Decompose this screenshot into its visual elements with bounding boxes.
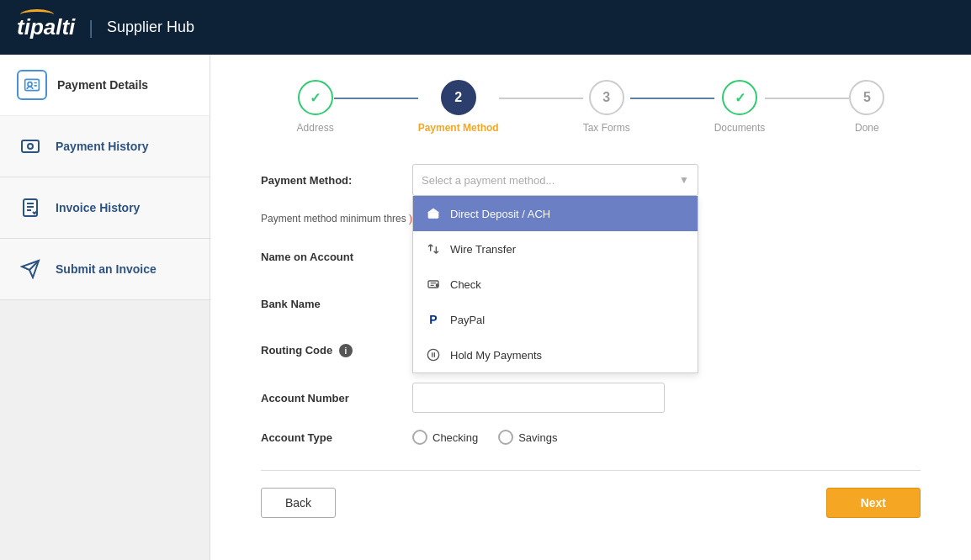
dropdown-option-direct-deposit[interactable]: Direct Deposit / ACH — [413, 196, 698, 231]
account-number-row: Account Number — [261, 383, 921, 413]
step-connector-1 — [334, 98, 418, 99]
step-connector-2 — [499, 98, 583, 99]
payment-method-dropdown: Direct Deposit / ACH Wire Transfer — [412, 196, 698, 373]
header-title: Supplier Hub — [107, 18, 194, 36]
svg-rect-2 — [22, 140, 39, 152]
radio-option-savings[interactable]: Savings — [498, 430, 557, 445]
sidebar-top-label: Payment Details — [57, 78, 148, 92]
routing-code-label: Routing Code i — [261, 344, 395, 358]
person-card-icon — [17, 70, 47, 100]
dropdown-option-hold-payments[interactable]: Hold My Payments — [413, 337, 698, 372]
paypal-icon: P — [425, 311, 442, 328]
stepper: ✓ Address 2 Payment Method 3 Tax Forms ✓… — [261, 80, 921, 134]
payment-method-select-placeholder: Select a payment method... — [422, 174, 554, 187]
sidebar-item-label-submit-invoice: Submit an Invoice — [56, 262, 157, 276]
step-label-tax-forms: Tax Forms — [583, 122, 630, 134]
svg-point-11 — [427, 349, 438, 360]
sidebar-item-label-payment-history: Payment History — [56, 140, 148, 153]
invoice-icon — [17, 194, 44, 221]
next-button[interactable]: Next — [826, 488, 921, 518]
step-label-payment-method: Payment Method — [418, 122, 499, 134]
pause-icon — [425, 346, 442, 363]
routing-code-info-icon[interactable]: i — [339, 344, 353, 357]
dropdown-option-wire-transfer[interactable]: Wire Transfer — [413, 231, 698, 267]
step-circle-address: ✓ — [298, 80, 333, 115]
dropdown-option-paypal-label: PayPal — [450, 314, 485, 326]
dropdown-option-check[interactable]: Check — [413, 267, 698, 302]
step-connector-3 — [630, 98, 714, 99]
step-circle-payment-method: 2 — [441, 80, 476, 115]
account-type-label: Account Type — [261, 431, 395, 444]
sidebar-item-submit-invoice[interactable]: Submit an Invoice — [0, 239, 210, 300]
dropdown-option-check-label: Check — [450, 278, 481, 291]
dropdown-option-paypal[interactable]: P PayPal — [413, 302, 698, 337]
bank-icon — [425, 205, 442, 222]
step-label-done: Done — [855, 122, 879, 134]
payment-method-row: Payment Method: Select a payment method.… — [261, 164, 921, 196]
svg-point-3 — [28, 144, 33, 149]
content-footer: Back Next — [261, 470, 921, 518]
step-documents: ✓ Documents — [714, 80, 766, 134]
arrows-icon — [425, 240, 442, 257]
step-address: ✓ Address — [297, 80, 334, 134]
logo: tipalti — [17, 14, 75, 40]
payment-method-select[interactable]: Select a payment method... ▼ — [412, 164, 698, 196]
dropdown-option-direct-deposit-label: Direct Deposit / ACH — [450, 208, 550, 220]
sidebar: Payment Details Payment History Invo — [0, 55, 210, 560]
payment-method-container: Select a payment method... ▼ — [412, 164, 698, 196]
step-label-documents: Documents — [714, 122, 766, 134]
step-circle-done: 5 — [849, 80, 884, 115]
radio-label-checking: Checking — [432, 431, 478, 444]
step-done: 5 Done — [849, 80, 884, 134]
step-circle-tax-forms: 3 — [589, 80, 624, 115]
svg-rect-8 — [435, 214, 437, 218]
chevron-down-icon: ▼ — [679, 174, 689, 186]
header: tipalti | Supplier Hub — [0, 0, 971, 55]
payment-method-label: Payment Method: — [261, 174, 395, 187]
account-type-row: Account Type Checking Savings — [261, 430, 921, 445]
sidebar-top: Payment Details — [0, 55, 210, 116]
back-button[interactable]: Back — [261, 488, 336, 518]
radio-circle-checking — [412, 430, 427, 445]
name-on-account-label: Name on Account — [261, 251, 395, 263]
account-number-input[interactable] — [412, 383, 665, 413]
main-layout: Payment Details Payment History Invo — [0, 55, 971, 560]
bank-name-label: Bank Name — [261, 298, 395, 310]
dropdown-option-hold-payments-label: Hold My Payments — [450, 349, 542, 362]
send-icon — [17, 256, 44, 283]
radio-option-checking[interactable]: Checking — [412, 430, 478, 445]
sidebar-item-payment-history[interactable]: Payment History — [0, 116, 210, 177]
step-payment-method: 2 Payment Method — [418, 80, 499, 134]
radio-circle-savings — [498, 430, 513, 445]
step-circle-documents: ✓ — [722, 80, 757, 115]
form-section: Payment Method: Select a payment method.… — [261, 164, 921, 445]
content-area: ✓ Address 2 Payment Method 3 Tax Forms ✓… — [210, 55, 971, 560]
check-doc-icon — [425, 276, 442, 293]
sidebar-item-label-invoice-history: Invoice History — [56, 201, 140, 214]
step-tax-forms: 3 Tax Forms — [583, 80, 630, 134]
header-divider: | — [88, 17, 93, 39]
account-type-radio-group: Checking Savings — [412, 430, 557, 445]
radio-label-savings: Savings — [518, 431, 557, 444]
step-connector-4 — [765, 98, 849, 99]
dropdown-option-wire-transfer-label: Wire Transfer — [450, 243, 516, 256]
svg-rect-7 — [432, 214, 434, 218]
svg-rect-6 — [429, 214, 431, 218]
account-number-label: Account Number — [261, 392, 395, 404]
svg-point-1 — [28, 82, 32, 87]
logo-text: tipalti — [17, 14, 75, 40]
svg-point-10 — [436, 284, 438, 287]
step-label-address: Address — [297, 122, 334, 134]
sidebar-item-invoice-history[interactable]: Invoice History — [0, 177, 210, 239]
dollar-icon — [17, 133, 44, 160]
